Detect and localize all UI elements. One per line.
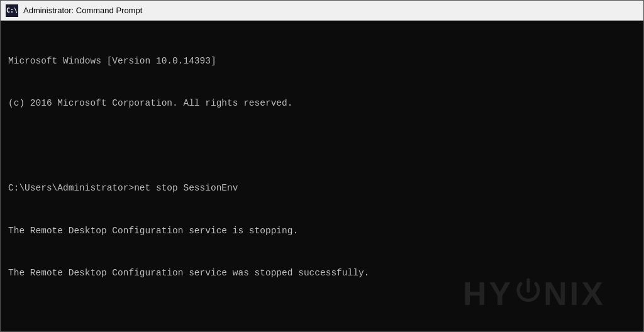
terminal-line-2: (c) 2016 Microsoft Corporation. All righ… bbox=[8, 96, 636, 110]
power-icon bbox=[514, 277, 542, 310]
terminal-line-1: Microsoft Windows [Version 10.0.14393] bbox=[8, 54, 636, 68]
terminal-body[interactable]: Microsoft Windows [Version 10.0.14393] (… bbox=[1, 21, 643, 331]
watermark: HY NIX bbox=[463, 275, 606, 313]
terminal-line-4: C:\Users\Administrator>net stop SessionE… bbox=[8, 181, 636, 195]
watermark-text-right: NIX bbox=[543, 275, 606, 313]
terminal-line-5: The Remote Desktop Configuration service… bbox=[8, 224, 636, 238]
cmd-window: C:\ Administrator: Command Prompt Micros… bbox=[0, 0, 644, 332]
window-title: Administrator: Command Prompt bbox=[23, 6, 142, 15]
terminal-line-3 bbox=[8, 139, 636, 153]
cmd-icon: C:\ bbox=[6, 4, 18, 17]
watermark-text-left: HY bbox=[463, 275, 513, 313]
title-bar: C:\ Administrator: Command Prompt bbox=[1, 1, 643, 21]
